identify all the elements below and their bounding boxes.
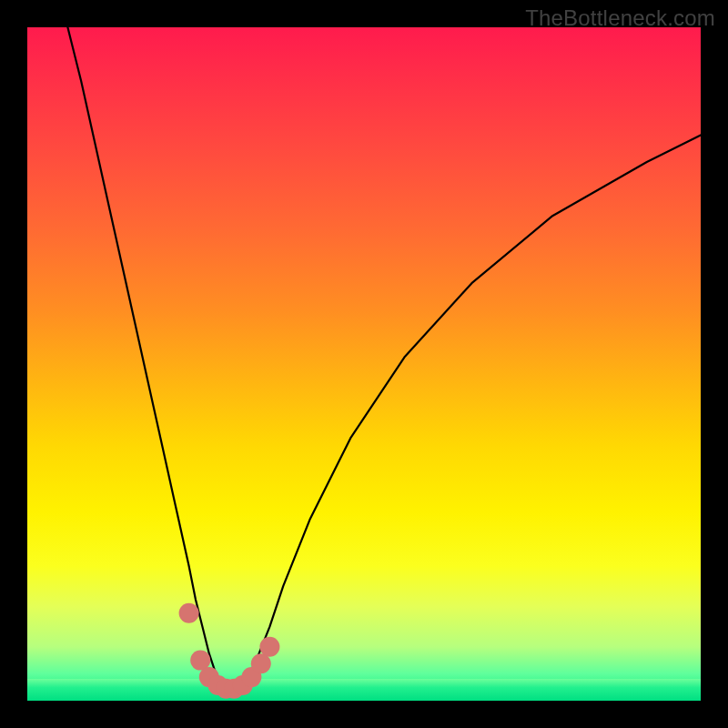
bottleneck-curve [67,27,701,694]
chart-frame: TheBottleneck.com [0,0,728,728]
highlight-dot [259,637,279,657]
highlight-dot [179,603,199,623]
highlight-dots [179,603,280,699]
watermark-text: TheBottleneck.com [525,5,715,31]
plot-area [27,27,701,701]
chart-svg [27,27,701,701]
